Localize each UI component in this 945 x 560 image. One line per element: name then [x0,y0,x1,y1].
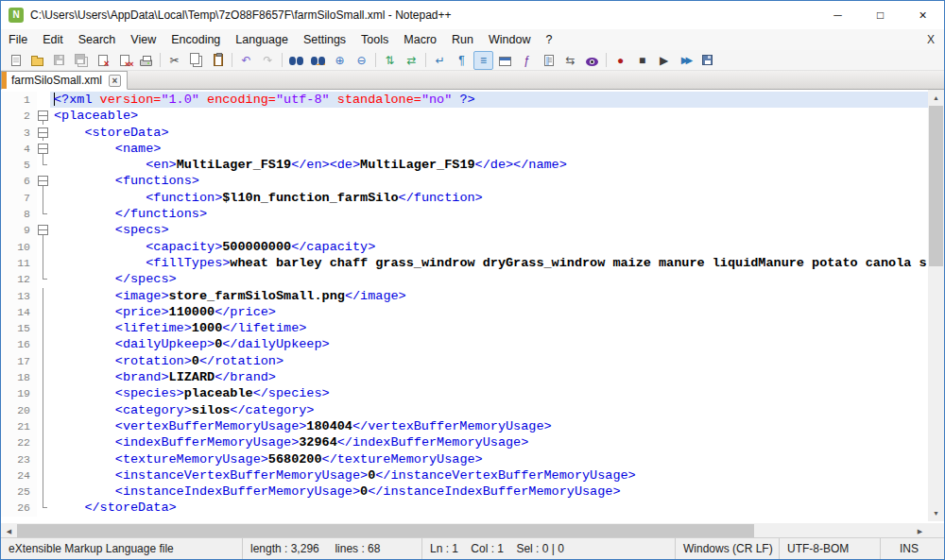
close-window-button[interactable]: × [902,1,944,28]
code-text[interactable]: <species>placeable</species> [50,385,928,401]
minimize-button[interactable]: ─ [816,1,859,28]
code-text[interactable]: <function>$l10n_function_farmSilo</funct… [50,190,928,206]
line-number: 2 [1,108,37,124]
fold-collapse-marker[interactable] [37,141,50,157]
monitoring-button[interactable] [582,51,602,70]
replace-button[interactable] [308,51,328,70]
code-text[interactable]: <rotation>0</rotation> [50,353,928,369]
menu-macro[interactable]: Macro [396,29,444,50]
menu-language[interactable]: Language [228,29,296,50]
undo-button[interactable]: ↶ [236,51,256,70]
sync-vertical-button[interactable]: ⇅ [380,51,400,70]
new-file-button[interactable] [6,51,26,70]
print-button[interactable] [136,51,156,70]
record-macro-button[interactable]: ● [610,51,630,70]
code-text[interactable]: <category>silos</category> [50,402,928,418]
redo-button[interactable]: ↷ [258,51,278,70]
tab-farmsilosmall-xml[interactable]: farmSiloSmall.xml × [1,71,128,90]
zoom-out-button[interactable]: ⊖ [352,51,371,70]
vertical-scrollbar[interactable]: ▲ ▼ [928,90,944,521]
code-text[interactable]: <brand>LIZARD</brand> [50,369,928,385]
menu-run[interactable]: Run [444,29,481,50]
user-defined-dialog-icon [499,57,511,66]
menu-file[interactable]: File [1,29,35,50]
stop-recording-button[interactable]: ■ [632,51,652,70]
tab-close-icon[interactable]: × [109,75,121,87]
scroll-up-arrow-icon[interactable]: ▲ [928,90,944,106]
word-wrap-button[interactable]: ↵ [430,51,450,70]
find-button[interactable] [286,51,306,70]
fold-collapse-marker[interactable] [37,108,50,124]
paste-button[interactable] [208,51,228,70]
menu-encoding[interactable]: Encoding [163,29,228,50]
menu-search[interactable]: Search [71,29,124,50]
code-text[interactable]: <?xml version="1.0" encoding="utf-8" sta… [50,92,928,108]
status-encoding[interactable]: UTF-8-BOM [779,538,880,559]
code-text[interactable]: <indexBufferMemoryUsage>32964</indexBuff… [50,434,928,450]
code-line: 10 <capacity>500000000</capacity> [1,239,928,255]
code-text[interactable]: <instanceVertexBufferMemoryUsage>0</inst… [50,467,928,484]
fold-margin [37,336,50,352]
fold-margin [37,484,50,500]
copy-button[interactable] [186,51,206,70]
menu-tools[interactable]: Tools [353,29,396,50]
tab-label: farmSiloSmall.xml [11,74,102,87]
code-text[interactable]: <fillTypes>wheat barley chaff grass_wind… [50,255,928,271]
code-text[interactable]: <capacity>500000000</capacity> [50,239,928,255]
menu-window[interactable]: Window [481,29,538,50]
run-macro-multiple-button[interactable]: ▶▶ [676,51,696,70]
playback-macro-button[interactable]: ▶ [654,51,674,70]
status-insert-mode[interactable]: INS [880,538,944,559]
close-all-button[interactable] [114,51,134,70]
vertical-scrollbar-thumb[interactable] [929,106,943,266]
horizontal-scrollbar-thumb[interactable] [17,524,754,538]
sync-horizontal-button[interactable]: ⇄ [402,51,421,70]
menu-edit[interactable]: Edit [35,29,71,50]
menu-help[interactable]: ? [538,29,559,50]
fold-margin [37,190,50,206]
menu-close-x[interactable]: X [918,33,944,46]
scroll-down-arrow-icon[interactable]: ▼ [928,505,944,521]
indent-guide-button[interactable]: ≡ [473,51,493,70]
paste-icon [214,54,223,66]
maximize-button[interactable]: □ [859,1,902,28]
code-text[interactable]: <lifetime>1000</lifetime> [50,320,928,336]
close-button[interactable] [93,51,112,70]
fold-margin [37,92,50,108]
save-button[interactable] [49,51,69,70]
line-number: 19 [1,385,37,401]
code-text[interactable]: <specs> [50,222,928,238]
code-text[interactable]: <instanceIndexBufferMemoryUsage>0</insta… [50,484,928,500]
menu-settings[interactable]: Settings [296,29,353,50]
fold-collapse-marker[interactable] [37,173,50,189]
user-defined-dialog-button[interactable] [495,51,515,70]
editor-area[interactable]: 1<?xml version="1.0" encoding="utf-8" st… [1,90,928,521]
code-text[interactable]: </specs> [50,271,928,287]
new-file-icon [11,55,21,66]
zoom-in-button[interactable]: ⊕ [330,51,350,70]
code-text[interactable]: </functions> [50,206,928,222]
code-text[interactable]: <en>MultiLager_FS19</en><de>MultiLager_F… [50,157,928,173]
status-eol-format[interactable]: Windows (CR LF) [675,538,779,559]
save-macro-button[interactable] [697,51,717,70]
fold-collapse-marker[interactable] [37,125,50,141]
code-text[interactable]: <placeable> [50,108,928,124]
show-all-characters-button[interactable]: ¶ [452,51,472,70]
code-text[interactable]: <image>store_farmSiloSmall.png</image> [50,288,928,304]
open-file-button[interactable] [27,51,47,70]
fold-collapse-marker[interactable] [37,222,50,238]
save-all-button[interactable] [71,51,91,70]
code-text[interactable]: <price>110000</price> [50,304,928,320]
code-text[interactable]: <functions> [50,173,928,189]
code-text[interactable]: <textureMemoryUsage>5680200</textureMemo… [50,451,928,467]
code-text[interactable]: </storeData> [50,500,928,516]
cut-button[interactable]: ✂ [164,51,184,70]
menu-view[interactable]: View [123,29,163,50]
document-map-button[interactable] [539,51,558,70]
code-text[interactable]: <dailyUpkeep>0</dailyUpkeep> [50,336,928,352]
document-switcher-button[interactable]: ⇆ [560,51,580,70]
code-text[interactable]: <storeData> [50,125,928,141]
function-list-button[interactable]: ƒ [517,51,537,70]
code-text[interactable]: <vertexBufferMemoryUsage>180404</vertexB… [50,418,928,434]
code-text[interactable]: <name> [50,141,928,157]
